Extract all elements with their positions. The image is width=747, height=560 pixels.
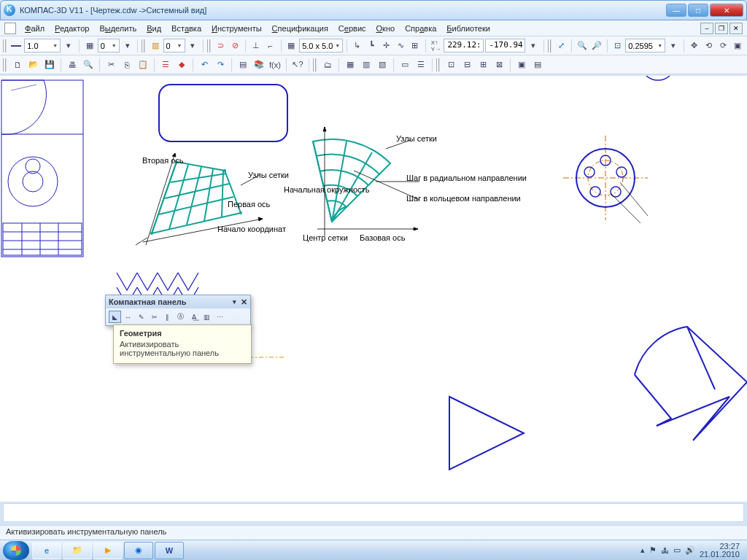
- snap-cross-button[interactable]: ⊘: [228, 39, 241, 53]
- toolbar-grip-7[interactable]: [436, 58, 440, 71]
- menu-insert[interactable]: Вставка: [167, 23, 206, 34]
- panel-spec-button[interactable]: ▥: [201, 311, 213, 323]
- variables-button[interactable]: f(x): [268, 58, 282, 72]
- menu-edit[interactable]: Редактор: [50, 23, 93, 34]
- toolbar-grip-4[interactable]: [548, 39, 551, 52]
- panel-param-button[interactable]: ∥: [161, 311, 174, 323]
- coord-stepper[interactable]: ▾: [527, 39, 540, 53]
- tray-clock[interactable]: 23:27 21.01.2010: [700, 542, 740, 559]
- view-redraw-button[interactable]: ▣: [731, 39, 744, 53]
- copy-button[interactable]: ⎘: [120, 58, 134, 72]
- pan-button[interactable]: ✥: [688, 39, 701, 53]
- preview-button[interactable]: 🔍: [81, 58, 96, 72]
- toolbar-grip-3[interactable]: [207, 39, 211, 52]
- layer-stepper[interactable]: ▾: [187, 39, 200, 53]
- panel-more-button[interactable]: ⋯: [214, 311, 226, 323]
- menu-help[interactable]: Справка: [400, 23, 441, 34]
- tray-volume-icon[interactable]: 🔊: [685, 545, 695, 555]
- zoom-stepper[interactable]: ▾: [667, 39, 680, 53]
- menu-select[interactable]: Выделить: [95, 23, 141, 34]
- snap-magnet-button[interactable]: ⊃: [214, 39, 228, 53]
- task-word-button[interactable]: W: [155, 542, 184, 559]
- menu-file[interactable]: Файл: [20, 23, 49, 34]
- system-tray[interactable]: ▴ ⚑ 🖧 ▭ 🔊 23:27 21.01.2010: [640, 542, 744, 559]
- toolbar-grip-5[interactable]: [3, 58, 7, 71]
- view-refresh-button[interactable]: ⟳: [716, 39, 729, 53]
- cut-button[interactable]: ✂: [104, 58, 118, 72]
- save-button[interactable]: 💾: [42, 58, 57, 72]
- step-combo[interactable]: 0▼: [98, 39, 120, 52]
- window-minimize-button[interactable]: —: [666, 4, 686, 17]
- compact-panel-close-icon[interactable]: ✕: [241, 298, 247, 307]
- layer-combo[interactable]: 0▼: [163, 39, 185, 52]
- axes-button[interactable]: ┗: [365, 39, 379, 53]
- constraints-button[interactable]: ⊞: [409, 39, 422, 53]
- tray-network-icon[interactable]: 🖧: [661, 546, 669, 555]
- mdi-close-button[interactable]: ✕: [729, 23, 743, 34]
- panel-geometry-button[interactable]: ◣: [109, 311, 121, 323]
- drawing-canvas[interactable]: Вторая ось Узлы сетки Первая ось Начало …: [0, 76, 747, 502]
- grid-combo[interactable]: 5.0 x 5.0▼: [299, 39, 343, 52]
- compact-panel[interactable]: Компактная панель ▾ ✕ ◣ ↔ ✎ ✂ ∥ Ⓐ A͟ ▥ ⋯: [105, 295, 251, 326]
- view-prev-button[interactable]: ⟲: [703, 39, 716, 53]
- sheet-format-button[interactable]: ▧: [375, 58, 390, 72]
- tree-button[interactable]: 🗂: [320, 58, 335, 72]
- menu-view[interactable]: Вид: [142, 23, 166, 34]
- panel-measure-button[interactable]: Ⓐ: [174, 311, 187, 323]
- menu-service[interactable]: Сервис: [334, 23, 371, 34]
- help-context-button[interactable]: ↖?: [290, 58, 305, 72]
- cursor-button[interactable]: ✛: [380, 39, 393, 53]
- step-stepper[interactable]: ▾: [121, 39, 134, 53]
- property-bar[interactable]: [3, 503, 744, 522]
- delete-button[interactable]: ◆: [174, 58, 189, 72]
- manager-button[interactable]: ▤: [236, 58, 250, 72]
- menu-window[interactable]: Окно: [372, 23, 400, 34]
- zoom-window-button[interactable]: ⊡: [611, 39, 624, 53]
- task-kompas-button[interactable]: ◉: [124, 542, 153, 559]
- undo-button[interactable]: ↶: [197, 58, 212, 72]
- compact-panel-pin-icon[interactable]: ▾: [233, 298, 236, 306]
- menu-tools[interactable]: Инструменты: [207, 23, 266, 34]
- layers-button[interactable]: ▥: [149, 39, 162, 53]
- tech-req-button[interactable]: ☰: [414, 58, 428, 72]
- tray-show-hidden-icon[interactable]: ▴: [640, 545, 645, 555]
- zoom-combo[interactable]: 0.2595▼: [625, 39, 665, 52]
- ortho-button[interactable]: ⊥: [249, 39, 263, 53]
- layer-button[interactable]: ▦: [83, 39, 96, 53]
- tangent-button[interactable]: ∿: [394, 39, 407, 53]
- toolbar-grip-2[interactable]: [142, 39, 145, 52]
- toolbar-grip[interactable]: [3, 39, 7, 52]
- local-cs-button[interactable]: ↳: [351, 39, 364, 53]
- scale-combo[interactable]: 1.0▼: [24, 39, 61, 52]
- paste-button[interactable]: 📋: [136, 58, 150, 72]
- library-button[interactable]: 📚: [252, 58, 266, 72]
- menu-spec[interactable]: Спецификация: [268, 23, 333, 34]
- redo-button[interactable]: ↷: [213, 58, 228, 72]
- assoc3-button[interactable]: ⊞: [476, 58, 490, 72]
- mdi-restore-button[interactable]: ❐: [715, 23, 728, 34]
- window-close-button[interactable]: ✕: [710, 4, 743, 17]
- window-maximize-button[interactable]: □: [688, 4, 708, 17]
- zoom-fit-button[interactable]: ⤢: [555, 39, 568, 53]
- panel-select-button[interactable]: A͟: [187, 311, 200, 323]
- panel-dimensions-button[interactable]: ↔: [122, 311, 134, 323]
- zoom-out-button[interactable]: 🔎: [590, 39, 603, 53]
- zoom-in-button[interactable]: 🔍: [576, 39, 589, 53]
- assoc1-button[interactable]: ⊡: [444, 58, 458, 72]
- tray-lang-icon[interactable]: ▭: [673, 545, 681, 555]
- grid-button[interactable]: ▦: [285, 39, 298, 53]
- sheet-layers-button[interactable]: ▦: [343, 58, 357, 72]
- panel-edit-button[interactable]: ✂: [148, 311, 160, 323]
- assoc6-button[interactable]: ▤: [530, 58, 545, 72]
- mdi-minimize-button[interactable]: –: [700, 23, 713, 34]
- linestyle-button[interactable]: [10, 39, 23, 53]
- assoc4-button[interactable]: ⊠: [492, 58, 506, 72]
- toolbar-grip-6[interactable]: [313, 58, 317, 71]
- rounding-button[interactable]: ⌐: [264, 39, 277, 53]
- sheet-views-button[interactable]: ▥: [359, 58, 374, 72]
- new-button[interactable]: 🗋: [10, 58, 25, 72]
- task-explorer-button[interactable]: 📁: [63, 542, 92, 559]
- assoc5-button[interactable]: ▣: [514, 58, 529, 72]
- print-button[interactable]: 🖶: [65, 58, 80, 72]
- title-block-button[interactable]: ▭: [398, 58, 412, 72]
